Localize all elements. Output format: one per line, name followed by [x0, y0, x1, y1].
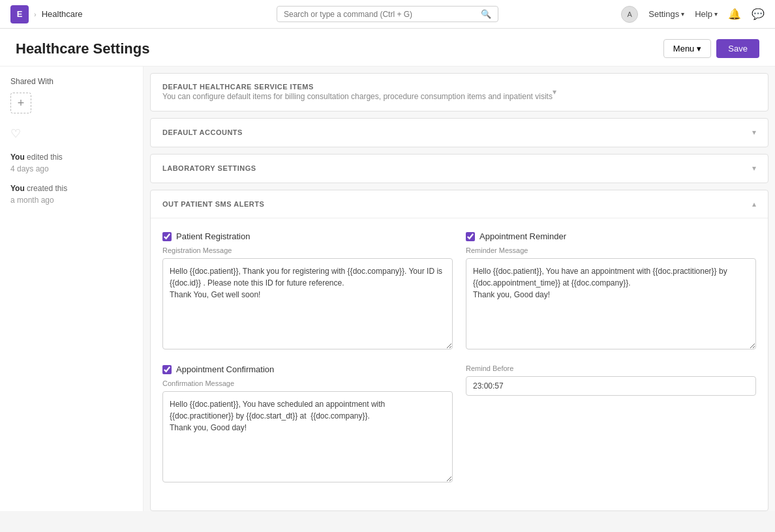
patient-registration-label[interactable]: Patient Registration [176, 231, 250, 241]
registration-message-label: Registration Message [162, 246, 453, 254]
notifications-icon[interactable]: 🔔 [728, 8, 741, 20]
section-title-accounts: DEFAULT ACCOUNTS [162, 128, 752, 136]
activity-action-2: created this [25, 184, 67, 193]
menu-chevron-icon: ▾ [697, 44, 701, 53]
confirmation-message-textarea[interactable] [162, 391, 453, 482]
save-button[interactable]: Save [716, 39, 759, 58]
menu-button[interactable]: Menu ▾ [663, 39, 712, 58]
confirmation-message-label: Confirmation Message [162, 379, 453, 387]
chat-icon[interactable]: 💬 [752, 8, 765, 20]
section-title-laboratory: LABORATORY SETTINGS [162, 164, 752, 172]
section-desc-healthcare: You can configure default items for bill… [162, 92, 553, 101]
activity-action-1: edited this [25, 153, 63, 162]
activity-time-1: 4 days ago [10, 163, 132, 175]
patient-registration-checkbox-row: Patient Registration [162, 231, 453, 241]
breadcrumb: Healthcare [42, 9, 83, 19]
section-default-accounts: DEFAULT ACCOUNTS ▾ [150, 118, 768, 147]
appointment-reminder-label[interactable]: Appointment Reminder [479, 231, 566, 241]
section-default-healthcare-service-items: DEFAULT HEALTHCARE SERVICE ITEMS You can… [150, 73, 768, 111]
heart-icon: ♡ [10, 126, 132, 141]
sidebar-activity: You edited this 4 days ago You created t… [10, 151, 132, 206]
appointment-confirmation-checkbox[interactable] [162, 365, 172, 374]
activity-time-2: a month ago [10, 194, 132, 206]
section-chevron-laboratory-icon: ▾ [752, 164, 756, 173]
help-chevron-icon: ▾ [714, 10, 718, 18]
topnav-center: 🔍 [262, 6, 513, 22]
sidebar: Shared With + ♡ You edited this 4 days a… [0, 66, 144, 511]
activity-you-1: You [10, 153, 25, 162]
patient-registration-checkbox[interactable] [162, 232, 172, 241]
remind-before-label: Remind Before [466, 364, 756, 372]
topnav-right: A Settings ▾ Help ▾ 🔔 💬 [513, 6, 765, 23]
activity-you-2: You [10, 184, 25, 193]
search-icon: 🔍 [481, 9, 491, 19]
avatar[interactable]: A [621, 6, 638, 23]
header-actions: Menu ▾ Save [663, 39, 759, 58]
sms-row-1: Patient Registration Registration Messag… [162, 231, 756, 351]
section-header-laboratory[interactable]: LABORATORY SETTINGS ▾ [151, 155, 768, 183]
section-header-accounts[interactable]: DEFAULT ACCOUNTS ▾ [151, 119, 768, 147]
section-chevron-sms-icon: ▴ [752, 200, 756, 209]
patient-registration-col: Patient Registration Registration Messag… [162, 231, 453, 351]
appointment-confirmation-label[interactable]: Appointment Confirmation [176, 364, 274, 374]
search-input[interactable] [284, 10, 481, 19]
section-header-default-healthcare[interactable]: DEFAULT HEALTHCARE SERVICE ITEMS You can… [151, 74, 768, 111]
help-button[interactable]: Help ▾ [695, 9, 718, 19]
section-title-healthcare: DEFAULT HEALTHCARE SERVICE ITEMS [162, 83, 553, 91]
section-chevron-accounts-icon: ▾ [752, 128, 756, 137]
section-chevron-healthcare-icon: ▾ [553, 87, 556, 96]
appointment-confirmation-col: Appointment Confirmation Confirmation Me… [162, 364, 453, 484]
reminder-message-textarea[interactable] [466, 258, 756, 349]
nav-chevron-icon: › [34, 10, 37, 18]
appointment-reminder-checkbox-row: Appointment Reminder [466, 231, 756, 241]
section-out-patient-sms-alerts: OUT PATIENT SMS ALERTS ▴ Patient Registr… [150, 190, 768, 511]
section-header-sms[interactable]: OUT PATIENT SMS ALERTS ▴ [151, 190, 768, 218]
add-button[interactable]: + [10, 93, 31, 113]
sms-alerts-content: Patient Registration Registration Messag… [151, 218, 768, 510]
section-laboratory-settings: LABORATORY SETTINGS ▾ [150, 154, 768, 183]
settings-chevron-icon: ▾ [681, 10, 684, 18]
remind-before-input[interactable] [466, 376, 756, 396]
content-area: DEFAULT HEALTHCARE SERVICE ITEMS You can… [144, 66, 775, 511]
settings-button[interactable]: Settings ▾ [648, 9, 684, 19]
appointment-confirmation-checkbox-row: Appointment Confirmation [162, 364, 453, 374]
list-item: You edited this 4 days ago [10, 151, 132, 175]
main-content: Shared With + ♡ You edited this 4 days a… [0, 66, 775, 511]
appointment-reminder-checkbox[interactable] [466, 232, 475, 241]
app-icon[interactable]: E [10, 5, 29, 23]
reminder-message-label: Reminder Message [466, 246, 756, 254]
registration-message-textarea[interactable] [162, 258, 453, 349]
shared-with-label: Shared With [10, 77, 132, 86]
remind-before-col: Remind Before [466, 364, 756, 484]
page-title: Healthcare Settings [16, 40, 149, 57]
appointment-reminder-col: Appointment Reminder Reminder Message [466, 231, 756, 351]
section-title-sms: OUT PATIENT SMS ALERTS [162, 200, 752, 208]
topnav-left: E › Healthcare [10, 5, 262, 23]
search-bar[interactable]: 🔍 [277, 6, 498, 22]
topnav: E › Healthcare 🔍 A Settings ▾ Help ▾ 🔔 💬 [0, 0, 775, 29]
page-header: Healthcare Settings Menu ▾ Save [0, 29, 775, 66]
list-item: You created this a month ago [10, 183, 132, 206]
sms-row-2: Appointment Confirmation Confirmation Me… [162, 364, 756, 484]
